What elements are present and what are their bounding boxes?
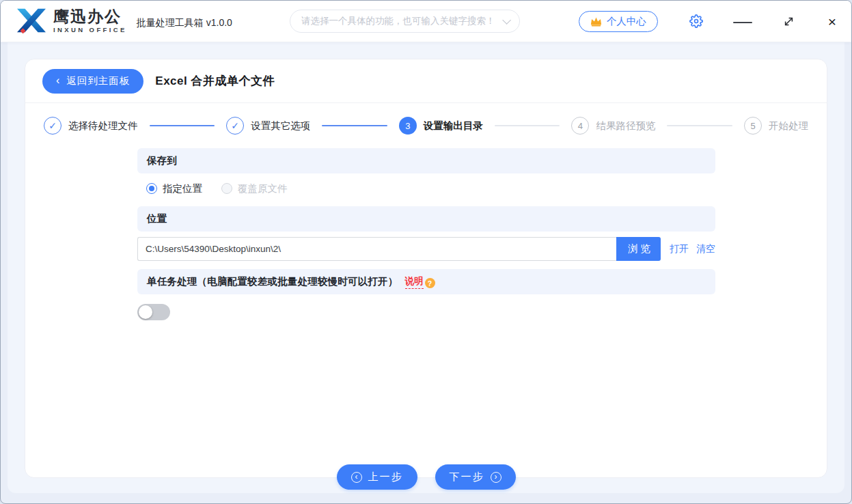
resize-icon: [784, 16, 794, 27]
step-number: 5: [744, 117, 762, 135]
single-task-section-header: 单任务处理（电脑配置较差或批量处理较慢时可以打开） 说明 ?: [137, 269, 715, 294]
step-other-options: ✓ 设置其它选项: [226, 117, 310, 135]
single-task-toggle[interactable]: [137, 304, 170, 320]
location-links: 打开 清空: [670, 243, 715, 255]
brand-name: 鹰迅办公: [53, 9, 127, 25]
toggle-knob: [139, 305, 152, 319]
step-number: 3: [399, 117, 417, 135]
search-placeholder: 请选择一个具体的功能，也可输入关键字搜索！: [301, 15, 495, 27]
wizard-stepper: ✓ 选择待处理文件 ✓ 设置其它选项 3 设置输出目录 4 结果路径预览: [25, 103, 827, 145]
step-label: 结果路径预览: [596, 120, 655, 132]
step-label: 设置其它选项: [251, 120, 310, 132]
circled-chevron-left-icon: ‹: [351, 472, 362, 483]
wizard-card: ‹ 返回到主面板 Excel 合并成单个文件 ✓ 选择待处理文件 ✓ 设置其它选…: [25, 59, 827, 478]
next-step-label: 下一步: [450, 471, 484, 484]
radio-label: 覆盖原文件: [238, 182, 288, 195]
page-title: Excel 合并成单个文件: [155, 73, 275, 89]
step-select-files: ✓ 选择待处理文件: [44, 117, 138, 135]
radio-overwrite-original[interactable]: 覆盖原文件: [221, 182, 288, 195]
wizard-footer-nav: ‹ 上一步 下一步 ›: [25, 464, 827, 490]
radio-selected-icon: [146, 183, 157, 194]
step-label: 设置输出目录: [424, 120, 483, 132]
next-step-button[interactable]: 下一步 ›: [435, 464, 516, 490]
minimize-button[interactable]: [737, 19, 748, 23]
restore-resize-button[interactable]: [784, 16, 794, 27]
radio-disabled-icon: [221, 183, 232, 194]
step-result-preview: 4 结果路径预览: [571, 117, 655, 135]
step-output-directory: 3 设置输出目录: [399, 117, 483, 135]
single-task-toggle-row: [137, 294, 715, 320]
location-section-header: 位置: [137, 206, 715, 232]
step-done-check-icon: ✓: [226, 117, 244, 135]
settings-gear-icon[interactable]: [689, 14, 703, 28]
step-start-processing: 5 开始处理: [744, 117, 808, 135]
chevron-left-icon: ‹: [56, 75, 60, 86]
close-button[interactable]: ×: [828, 14, 836, 29]
step-label: 开始处理: [769, 120, 808, 132]
brand-logo-icon: [16, 7, 47, 36]
step-connector: [150, 125, 215, 126]
step-connector: [667, 125, 732, 126]
save-to-options: 指定位置 覆盖原文件: [137, 173, 715, 204]
app-header: 鹰迅办公 INXUN OFFICE 批量处理工具箱 v1.0.0 请选择一个具体…: [1, 1, 851, 42]
back-button-label: 返回到主面板: [66, 74, 130, 87]
user-center-label: 个人中心: [607, 15, 646, 28]
card-title-row: ‹ 返回到主面板 Excel 合并成单个文件: [25, 59, 827, 103]
prev-step-button[interactable]: ‹ 上一步: [337, 464, 417, 490]
open-folder-link[interactable]: 打开: [670, 243, 689, 255]
user-center-button[interactable]: 个人中心: [579, 11, 658, 32]
step-done-check-icon: ✓: [44, 117, 61, 135]
function-search-select[interactable]: 请选择一个具体的功能，也可输入关键字搜索！: [290, 10, 520, 33]
radio-specified-location[interactable]: 指定位置: [146, 182, 202, 195]
radio-label: 指定位置: [163, 182, 202, 195]
location-input-row: 浏览 打开 清空: [137, 237, 715, 261]
prev-step-label: 上一步: [368, 471, 403, 484]
question-mark-icon[interactable]: ?: [425, 278, 435, 288]
location-header-label: 位置: [147, 212, 167, 225]
single-task-header-label: 单任务处理（电脑配置较差或批量处理较慢时可以打开）: [147, 275, 398, 288]
browse-button[interactable]: 浏览: [616, 237, 661, 261]
back-to-dashboard-button[interactable]: ‹ 返回到主面板: [42, 69, 143, 94]
brand-subtitle: INXUN OFFICE: [53, 27, 127, 33]
save-to-header-label: 保存到: [147, 154, 177, 167]
crown-icon: [590, 16, 602, 27]
help-explanation-link[interactable]: 说明: [405, 275, 424, 289]
clear-path-link[interactable]: 清空: [696, 243, 715, 255]
step-connector: [322, 125, 387, 126]
step-label: 选择待处理文件: [68, 120, 138, 132]
app-window: 鹰迅办公 INXUN OFFICE 批量处理工具箱 v1.0.0 请选择一个具体…: [0, 0, 852, 504]
chevron-down-icon: [502, 16, 511, 25]
step-number: 4: [571, 117, 589, 135]
header-controls: 个人中心 ×: [579, 11, 836, 32]
minimize-icon: [733, 22, 752, 23]
brand-text: 鹰迅办公 INXUN OFFICE: [53, 9, 127, 33]
step-connector: [495, 125, 560, 126]
output-path-input[interactable]: [137, 237, 616, 261]
main-area: ‹ 返回到主面板 Excel 合并成单个文件 ✓ 选择待处理文件 ✓ 设置其它选…: [8, 42, 844, 493]
circled-chevron-right-icon: ›: [491, 472, 501, 483]
close-icon: ×: [828, 14, 836, 29]
app-title: 批量处理工具箱 v1.0.0: [137, 13, 232, 29]
save-to-section-header: 保存到: [137, 148, 715, 173]
output-settings-form: 保存到 指定位置 覆盖原文件 位置 浏览: [137, 148, 715, 320]
